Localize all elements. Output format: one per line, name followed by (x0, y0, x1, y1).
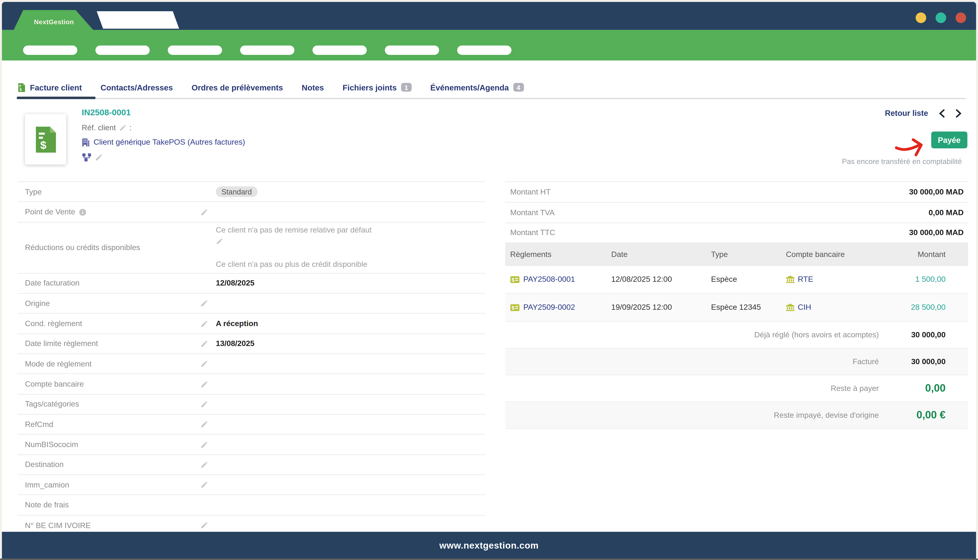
field-row: Réductions ou crédits disponibles Ce cli… (18, 222, 486, 273)
field-label: Date facturation (18, 279, 200, 287)
total-label: Reste à payer (505, 384, 879, 393)
window-dot-teal[interactable] (936, 12, 946, 23)
field-value: Standard (200, 187, 486, 197)
payment-row: $ PAY2508-0001 12/08/2025 12:00 Espèce R… (505, 266, 968, 294)
app-window: NextGestion (2, 2, 976, 558)
tab[interactable]: Contacts/Adresses (100, 83, 173, 92)
field-row: Point de Vente i (18, 202, 486, 222)
footer-bar: www.nextgestion.com (2, 532, 976, 558)
field-value (200, 299, 486, 307)
edit-pencil-icon[interactable] (200, 400, 209, 408)
total-value: 0,00 (879, 382, 968, 395)
col-compte-bancaire: Compte bancaire (786, 250, 887, 258)
payment-ref-link[interactable]: PAY2509-0002 (523, 303, 575, 312)
total-label: Déjà réglé (hors avoirs et acomptes) (505, 331, 879, 339)
edit-pencil-icon[interactable] (200, 481, 209, 489)
brand-logo[interactable]: NextGestion (12, 10, 95, 33)
bank-account-link[interactable]: RTE (798, 275, 813, 284)
field-row: Compte bancaire (18, 374, 486, 395)
top-navbar: NextGestion (2, 2, 976, 30)
menu-item-placeholder[interactable] (95, 45, 150, 55)
tab[interactable]: $ Facture client (18, 83, 82, 92)
payment-type: Espèce 12345 (711, 303, 786, 312)
window-dot-red[interactable] (956, 12, 966, 23)
field-label: Note de frais (18, 501, 200, 509)
menu-item-placeholder[interactable] (168, 45, 222, 55)
red-annotation-arrow-icon (894, 137, 931, 158)
total-label: Reste impayé, devise d'origine (505, 411, 879, 420)
edit-pencil-icon[interactable] (200, 420, 209, 428)
edit-pencil-icon[interactable] (200, 320, 209, 328)
col-date: Date (611, 250, 711, 258)
menu-item-placeholder[interactable] (385, 45, 439, 55)
project-row (82, 153, 103, 162)
edit-pencil-icon[interactable] (200, 299, 209, 307)
col-type: Type (711, 250, 786, 258)
field-label: Cond. règlement (18, 319, 200, 328)
edit-pencil-icon[interactable] (95, 153, 103, 162)
edit-pencil-icon[interactable] (200, 441, 209, 449)
edit-pencil-icon[interactable] (200, 360, 209, 368)
client-row: Client générique TakePOS (Autres facture… (82, 138, 245, 147)
menu-item-placeholder[interactable] (457, 45, 511, 55)
field-row: Imm_camion (18, 475, 486, 495)
field-label: N° BE CIM IVOIRE (18, 521, 200, 530)
payment-row: $ PAY2509-0002 19/09/2025 12:00 Espèce 1… (505, 294, 968, 322)
field-label: Tags/catégories (18, 400, 200, 408)
invoice-fields-table: Type Standard Point de Vente (18, 182, 486, 556)
window-dot-yellow[interactable] (916, 12, 926, 23)
edit-pencil-icon[interactable] (200, 208, 209, 216)
amount-value: 30 000,00 MAD (909, 188, 964, 196)
client-link[interactable]: Client générique TakePOS (Autres facture… (93, 138, 245, 147)
back-to-list-link[interactable]: Retour liste (885, 109, 928, 118)
payment-amount: 1 500,00 (887, 275, 968, 284)
field-row: Cond. règlement A réception (18, 314, 486, 334)
total-row: Déjà réglé (hors avoirs et acomptes) 30 … (505, 322, 968, 349)
tab-label: Fichiers joints (343, 83, 397, 92)
menu-item-placeholder[interactable] (240, 45, 294, 55)
tab-label: Notes (302, 83, 324, 92)
edit-pencil-icon[interactable] (200, 340, 209, 348)
payment-ref-link[interactable]: PAY2508-0001 (523, 275, 575, 284)
tab[interactable]: Notes (302, 83, 324, 92)
field-value: Ce client n'a pas de remise relative par… (200, 222, 486, 273)
window-controls (916, 12, 966, 23)
status-badge-paid: Payée (931, 132, 967, 148)
edit-pencil-icon[interactable] (200, 380, 209, 388)
invoice-doc-icon-large: $ (34, 126, 57, 153)
field-row: RefCmd (18, 415, 486, 435)
edit-pencil-icon[interactable] (200, 521, 209, 529)
tabs-divider (17, 98, 965, 99)
field-row: Date limite règlement 13/08/2025 (18, 334, 486, 354)
total-value: 30 000,00 (879, 331, 968, 339)
payment-type: Espèce (711, 275, 786, 284)
svg-text:$: $ (20, 87, 22, 91)
col-reglements: Règlements (505, 250, 611, 258)
menu-item-placeholder[interactable] (23, 45, 77, 55)
edit-pencil-icon[interactable] (119, 124, 126, 132)
bank-account-link[interactable]: CIH (798, 303, 811, 312)
total-row: Reste impayé, devise d'origine 0,00 € (505, 402, 968, 429)
field-row: Date facturation 12/08/2025 (18, 273, 486, 293)
amount-value: 30 000,00 MAD (909, 228, 964, 237)
field-value (200, 521, 486, 529)
menu-item-placeholder[interactable] (312, 45, 367, 55)
field-value: 12/08/2025 (200, 279, 486, 287)
edit-pencil-icon[interactable] (200, 461, 209, 469)
payments-header-row: Règlements Date Type Compte bancaire Mon… (505, 243, 968, 266)
edit-pencil-icon[interactable] (216, 238, 374, 245)
field-value (200, 400, 486, 408)
bank-icon (786, 304, 794, 311)
tab[interactable]: Ordres de prélèvements (192, 83, 283, 92)
previous-record-icon[interactable] (939, 109, 945, 118)
tab[interactable]: Événements/Agenda 4 (431, 83, 524, 92)
next-record-icon[interactable] (956, 109, 962, 118)
field-label: Point de Vente i (18, 208, 200, 217)
field-value (200, 380, 486, 388)
redacted-tab-shape (97, 11, 179, 29)
info-icon[interactable]: i (79, 208, 86, 215)
payment-rows: $ PAY2508-0001 12/08/2025 12:00 Espèce R… (505, 266, 968, 322)
field-row: Mode de règlement (18, 354, 486, 374)
field-label: Origine (18, 299, 200, 308)
tab[interactable]: Fichiers joints 1 (343, 83, 412, 92)
